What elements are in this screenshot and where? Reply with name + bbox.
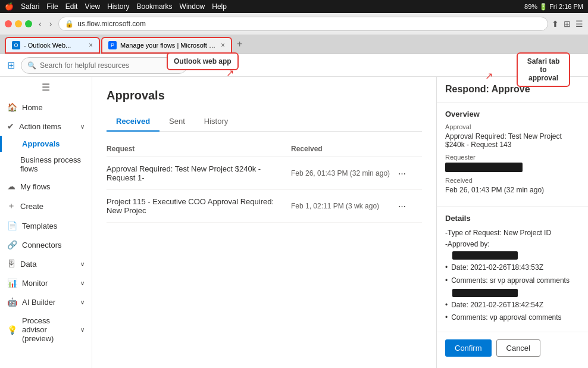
action-items-icon: ✔ bbox=[7, 121, 14, 131]
flow-tab-close[interactable]: × bbox=[221, 41, 225, 49]
row1-menu[interactable]: ⋯ bbox=[398, 169, 422, 178]
approval-label: Approval bbox=[445, 123, 580, 130]
data-chevron: ∨ bbox=[80, 261, 85, 267]
overview-label: Overview bbox=[445, 110, 580, 118]
tab-received[interactable]: Received bbox=[107, 112, 159, 132]
sidebar: ☰ 🏠 Home ✔ Action items ∨ Approvals Busi… bbox=[0, 77, 92, 368]
outlook-tab-close[interactable]: × bbox=[89, 41, 93, 49]
sidebar-item-my-flows[interactable]: ☁ My flows bbox=[0, 177, 92, 196]
flow-favicon: P bbox=[108, 41, 117, 49]
sidebar-toggle[interactable]: ☰ bbox=[0, 77, 92, 98]
ai-builder-icon: 🤖 bbox=[7, 297, 17, 307]
panel-actions: Confirm Cancel bbox=[437, 332, 588, 364]
sidebar-item-home[interactable]: 🏠 Home bbox=[0, 98, 92, 117]
menu-help[interactable]: Help bbox=[212, 2, 227, 11]
col-actions bbox=[398, 145, 422, 153]
flow-tab-label: Manage your flows | Microsoft P... bbox=[120, 42, 217, 49]
minimize-button[interactable] bbox=[15, 20, 22, 27]
share-icon[interactable]: ⬆ bbox=[552, 19, 559, 29]
new-tab-button[interactable]: + bbox=[233, 39, 246, 49]
sidebar-item-monitor[interactable]: 📊 Monitor ∨ bbox=[0, 273, 92, 292]
sidebar-toggle-icon[interactable]: ☰ bbox=[576, 19, 583, 29]
menu-history[interactable]: History bbox=[107, 2, 129, 11]
my-flows-icon: ☁ bbox=[7, 182, 15, 191]
monitor-chevron: ∨ bbox=[80, 280, 85, 286]
row2-menu[interactable]: ⋯ bbox=[398, 202, 422, 211]
main-content: Approvals Received Sent History Request … bbox=[92, 77, 436, 368]
tab-sent[interactable]: Sent bbox=[159, 112, 195, 132]
sidebar-item-create[interactable]: ＋ Create bbox=[0, 196, 92, 216]
forward-button[interactable]: › bbox=[46, 18, 55, 30]
nav-buttons: ‹ › bbox=[36, 18, 55, 30]
sidebar-item-connectors-label: Connectors bbox=[22, 241, 61, 250]
action-items-chevron: ∨ bbox=[80, 123, 85, 130]
content-tabs-bar: Received Sent History bbox=[107, 112, 422, 132]
sidebar-item-action-items-label: Action items bbox=[19, 122, 61, 131]
grid-icon[interactable]: ⊞ bbox=[7, 60, 15, 71]
detail-type-request: -Type of Request: New Project ID bbox=[445, 227, 580, 239]
sidebar-item-ai-builder[interactable]: 🤖 AI Builder ∨ bbox=[0, 292, 92, 311]
browser-toolbar: ‹ › 🔒 us.flow.microsoft.com ⬆ ⊞ ☰ bbox=[0, 13, 588, 35]
app-header: ⊞ 🔍 Search for helpful resources bbox=[0, 54, 588, 77]
data-icon: 🗄 bbox=[7, 259, 15, 269]
received-value: Feb 26, 01:43 PM (32 min ago) bbox=[445, 186, 580, 194]
fullscreen-button[interactable] bbox=[25, 20, 32, 27]
templates-icon: 📄 bbox=[7, 221, 17, 230]
page-title: Approvals bbox=[107, 89, 422, 102]
sidebar-item-templates[interactable]: 📄 Templates bbox=[0, 216, 92, 235]
right-panel: Respond: Approve Overview Approval Appro… bbox=[436, 77, 588, 368]
menu-edit[interactable]: Edit bbox=[65, 2, 78, 11]
approvals-container: Approvals Received Sent History Request … bbox=[92, 77, 436, 235]
back-button[interactable]: ‹ bbox=[36, 18, 45, 30]
cancel-button[interactable]: Cancel bbox=[496, 339, 540, 357]
detail-date1: • Date: 2021-02-26T18:43:53Z bbox=[445, 262, 580, 273]
connectors-icon: 🔗 bbox=[7, 240, 17, 250]
confirm-button[interactable]: Confirm bbox=[445, 339, 492, 357]
received-label: Received bbox=[445, 177, 580, 184]
col-received: Received bbox=[291, 145, 398, 153]
menu-view[interactable]: View bbox=[85, 2, 100, 11]
app-container: ☰ 🏠 Home ✔ Action items ∨ Approvals Busi… bbox=[0, 77, 588, 368]
menu-safari[interactable]: Safari bbox=[21, 2, 39, 11]
sidebar-item-data[interactable]: 🗄 Data ∨ bbox=[0, 254, 92, 273]
apple-menu[interactable]: 🍎 bbox=[5, 2, 14, 11]
mac-menubar: 🍎 Safari File Edit View History Bookmark… bbox=[0, 0, 588, 13]
sidebar-item-approvals-label: Approvals bbox=[22, 139, 60, 148]
outlook-web-tab[interactable]: O - Outlook Web... × bbox=[5, 37, 100, 54]
sidebar-item-create-label: Create bbox=[20, 202, 43, 211]
table-row[interactable]: Project 115 - Executive COO Approval Req… bbox=[107, 190, 422, 223]
table-header: Request Received bbox=[107, 141, 422, 157]
row1-request: Approval Required: Test New Project $240… bbox=[107, 164, 291, 182]
sidebar-item-process-advisor-label: Process advisor (preview) bbox=[22, 316, 76, 343]
approver2-name-redacted bbox=[452, 289, 518, 297]
new-tab-icon[interactable]: ⊞ bbox=[564, 19, 571, 29]
address-bar[interactable]: 🔒 us.flow.microsoft.com bbox=[58, 17, 548, 31]
sidebar-item-process-advisor[interactable]: 💡 Process advisor (preview) ∨ bbox=[0, 311, 92, 348]
panel-details-section: Details -Type of Request: New Project ID… bbox=[437, 207, 588, 332]
menu-file[interactable]: File bbox=[46, 2, 58, 11]
outlook-tab-label: - Outlook Web... bbox=[24, 42, 85, 49]
approver1-name-redacted bbox=[452, 251, 518, 260]
sidebar-item-connectors[interactable]: 🔗 Connectors bbox=[0, 235, 92, 254]
panel-title: Respond: Approve bbox=[445, 84, 580, 95]
menu-window[interactable]: Window bbox=[180, 2, 205, 11]
sidebar-item-action-items[interactable]: ✔ Action items ∨ bbox=[0, 117, 92, 136]
close-button[interactable] bbox=[5, 20, 12, 27]
sidebar-item-approvals[interactable]: Approvals bbox=[0, 136, 92, 152]
ai-builder-chevron: ∨ bbox=[80, 299, 85, 305]
url-text: us.flow.microsoft.com bbox=[77, 20, 146, 28]
menu-bookmarks[interactable]: Bookmarks bbox=[137, 2, 173, 11]
detail-approved-by: -Approved by: bbox=[445, 239, 580, 250]
sidebar-item-business-flows[interactable]: Business process flows bbox=[0, 152, 92, 177]
table-row[interactable]: Approval Required: Test New Project $240… bbox=[107, 157, 422, 190]
panel-header: Respond: Approve bbox=[437, 77, 588, 102]
traffic-lights bbox=[5, 20, 32, 27]
monitor-icon: 📊 bbox=[7, 278, 17, 288]
search-bar[interactable]: 🔍 Search for helpful resources bbox=[21, 57, 187, 74]
tab-history[interactable]: History bbox=[195, 112, 237, 132]
row1-received: Feb 26, 01:43 PM (32 min ago) bbox=[291, 169, 398, 177]
detail-comments1: • Comments: sr vp approval comments bbox=[445, 275, 580, 286]
flow-tab[interactable]: P Manage your flows | Microsoft P... × bbox=[101, 37, 232, 54]
row2-request: Project 115 - Executive COO Approval Req… bbox=[107, 197, 291, 215]
create-icon: ＋ bbox=[7, 201, 15, 211]
